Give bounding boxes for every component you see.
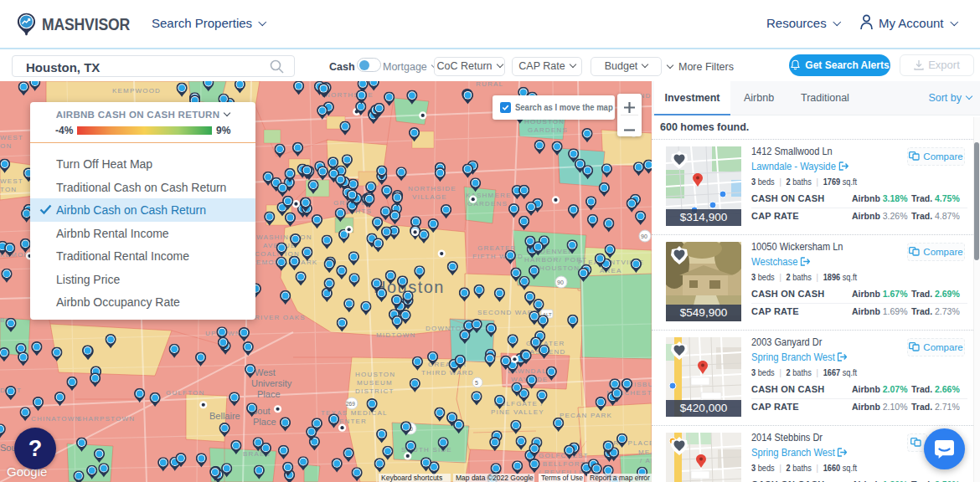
svg-text:TON: TON bbox=[0, 186, 17, 193]
svg-text:HOUSTON: HOUSTON bbox=[355, 371, 395, 378]
svg-text:/ AL: / AL bbox=[640, 457, 652, 464]
svg-text:University: University bbox=[251, 378, 292, 388]
svg-text:PINE VALLEY: PINE VALLEY bbox=[491, 408, 544, 416]
svg-text:WASHINGTON: WASHINGTON bbox=[256, 233, 312, 241]
svg-text:WEST: WEST bbox=[0, 134, 23, 141]
svg-text:CHINATOWN: CHINATOWN bbox=[31, 415, 80, 423]
svg-text:HOUSTON: HOUSTON bbox=[539, 264, 580, 272]
svg-text:/ BELLFORT: / BELLFORT bbox=[537, 460, 585, 468]
svg-text:SHARPSTOWN: SHARPSTOWN bbox=[77, 415, 135, 423]
svg-text:Place: Place bbox=[253, 417, 276, 427]
svg-text:DISTRICT: DISTRICT bbox=[355, 387, 395, 395]
svg-text:VILLAGE: VILLAGE bbox=[412, 193, 447, 201]
svg-text:90: 90 bbox=[641, 233, 647, 239]
svg-text:ON: ON bbox=[0, 142, 12, 150]
svg-text:WEST: WEST bbox=[0, 177, 23, 185]
svg-text:West: West bbox=[255, 367, 276, 377]
svg-text:KEMPWOOD: KEMPWOOD bbox=[112, 87, 161, 95]
svg-text:Bellaire: Bellaire bbox=[209, 411, 240, 421]
svg-text:MIDTOWN: MIDTOWN bbox=[376, 331, 415, 339]
svg-text:Place: Place bbox=[257, 389, 281, 399]
svg-text:GULFTON: GULFTON bbox=[166, 389, 204, 397]
svg-text:FIFTH WARD: FIFTH WARD bbox=[472, 253, 524, 260]
svg-text:90: 90 bbox=[557, 279, 564, 285]
svg-text:5: 5 bbox=[475, 380, 478, 386]
svg-text:GARDENS: GARDENS bbox=[528, 126, 568, 134]
svg-text:RIVER OAKS: RIVER OAKS bbox=[255, 314, 306, 321]
svg-text:MUSEUM: MUSEUM bbox=[357, 379, 393, 387]
svg-text:THIRD WARD: THIRD WARD bbox=[421, 369, 474, 377]
svg-text:269: 269 bbox=[346, 401, 355, 407]
svg-text:GOLFCREST: GOLFCREST bbox=[539, 452, 589, 459]
svg-text:RURAL: RURAL bbox=[476, 81, 503, 88]
svg-text:NORTHSIDE: NORTHSIDE bbox=[408, 185, 456, 192]
svg-text:PECAN PARK: PECAN PARK bbox=[560, 412, 612, 419]
svg-text:MEA: MEA bbox=[638, 449, 652, 456]
